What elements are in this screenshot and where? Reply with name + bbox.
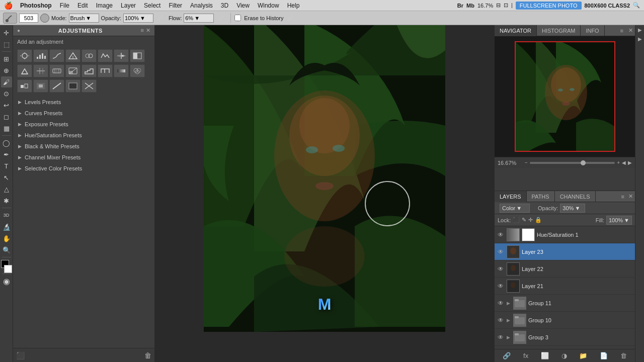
gradient-map-icon[interactable] [114, 64, 129, 77]
hand-tool[interactable]: ✋ [1, 233, 12, 244]
lock-all-btn[interactable]: ✛ [528, 217, 533, 223]
bridge-icon[interactable]: Br [457, 3, 463, 9]
screen-mode-btn[interactable]: ⊟ [496, 2, 501, 9]
zoom-arrows-right[interactable]: ▶ [628, 160, 632, 165]
tab-channels[interactable]: CHANNELS [555, 191, 596, 202]
menu-layer[interactable]: Layer [117, 0, 139, 11]
adj-collapse-btn[interactable]: ● [17, 28, 20, 33]
vibrance-icon[interactable] [82, 49, 97, 62]
invert-icon[interactable] [65, 64, 80, 77]
new-layer-btn[interactable]: 📄 [598, 352, 610, 359]
layer-row[interactable]: 👁 Layer 21 [495, 278, 635, 295]
threshold-icon[interactable] [98, 64, 113, 77]
adj-close-btn[interactable]: ✕ [146, 27, 150, 34]
layer-visibility-toggle[interactable]: 👁 [497, 316, 505, 324]
zoom-out-btn[interactable]: − [525, 160, 528, 165]
layer-visibility-toggle[interactable]: 👁 [497, 299, 505, 307]
erase-to-history-checkbox[interactable] [234, 15, 241, 21]
posterize-icon[interactable] [82, 64, 97, 77]
brightness-contrast-icon[interactable] [17, 49, 32, 62]
shape-tool[interactable]: △ [1, 184, 12, 195]
selective-color-presets-item[interactable]: ▶ Selective Color Presets [15, 163, 152, 174]
layer-row[interactable]: 👁 ▶ Group 11 [495, 295, 635, 312]
link-layers-btn[interactable]: 🔗 [501, 352, 513, 359]
black-white-icon[interactable] [130, 49, 145, 62]
spot-heal-tool[interactable]: ⊕ [1, 65, 12, 76]
fill-dropdown[interactable]: 100%▼ [606, 216, 632, 225]
return-to-adj-btn[interactable]: ⬛ [16, 351, 25, 359]
channel-mixer-icon[interactable] [33, 64, 48, 77]
tab-navigator[interactable]: NAVIGATOR [495, 25, 537, 36]
group-expand-icon[interactable]: ▶ [507, 301, 510, 306]
background-color[interactable] [4, 265, 12, 273]
search-icon[interactable]: 🔍 [633, 2, 640, 9]
zoom-in-btn[interactable]: + [617, 160, 620, 165]
zoom-slider[interactable] [530, 162, 615, 164]
gradient-tool[interactable]: ▦ [1, 123, 12, 134]
nav-expand-btn[interactable]: ≡ [617, 28, 626, 34]
tab-layers[interactable]: LAYERS [495, 191, 527, 202]
erase-brush-icon[interactable]: 🖊 [285, 13, 296, 24]
canvas-area[interactable]: M [155, 25, 494, 362]
lasso-tool[interactable]: ⬚ [1, 39, 12, 50]
group-expand-icon[interactable]: ▶ [507, 335, 510, 340]
layer-row[interactable]: 👁 ▶ Group 3 [495, 329, 635, 346]
layer-row[interactable]: 👁 Layer 23 [495, 243, 635, 260]
adj-menu-btn[interactable]: ≡ [141, 27, 144, 34]
dark-adj-icon[interactable] [33, 79, 48, 93]
path-select-tool[interactable]: ↖ [1, 172, 12, 183]
color-swatches[interactable] [1, 260, 12, 271]
type-tool[interactable]: T [1, 160, 12, 171]
hue-saturation-presets-item[interactable]: ▶ Hue/Saturation Presets [15, 130, 152, 141]
layer-row[interactable]: 👁 ▶ Group 10 [495, 312, 635, 329]
delete-layer-btn[interactable]: 🗑 [618, 352, 629, 359]
brush-tool[interactable]: 🖌 [1, 76, 12, 87]
layers-close-btn[interactable]: ✕ [626, 193, 635, 200]
add-style-btn[interactable]: fx [521, 352, 530, 359]
eyedropper-tool[interactable]: 🔬 [1, 221, 12, 232]
color-lookup-icon[interactable] [49, 64, 64, 77]
tab-paths[interactable]: PATHS [527, 191, 555, 202]
layer-row[interactable]: 👁 Layer 22 [495, 260, 635, 278]
menu-view[interactable]: View [233, 0, 253, 11]
channel-mixer-presets-item[interactable]: ▶ Channel Mixer Presets [15, 152, 152, 163]
new-group-btn[interactable]: 📁 [577, 352, 589, 359]
fullscreen-label[interactable]: FULLSCREEN PHOTO [516, 2, 582, 10]
add-adjustment-btn[interactable]: ◑ [559, 352, 569, 359]
menu-analysis[interactable]: Analysis [187, 0, 216, 11]
quick-mask-btn[interactable]: ◉ [1, 276, 12, 287]
levels-icon[interactable] [33, 49, 48, 62]
exposure-icon[interactable] [65, 49, 80, 62]
move-tool[interactable]: ✛ [1, 27, 12, 38]
history-brush-tool[interactable]: ↩ [1, 100, 12, 111]
layer-visibility-toggle[interactable]: 👁 [497, 248, 505, 256]
group-expand-icon[interactable]: ▶ [507, 318, 510, 323]
brush-size-input[interactable] [19, 14, 38, 23]
black-adj-icon[interactable] [65, 79, 80, 93]
adj-layer-trash-btn[interactable]: 🗑 [144, 351, 151, 359]
opacity-dropdown-layers[interactable]: 30%▼ [560, 204, 585, 213]
black-white-presets-item[interactable]: ▶ Black & White Presets [15, 141, 152, 152]
apple-menu[interactable]: 🍎 [4, 2, 13, 10]
collapse-nav-btn[interactable]: ▶ [636, 27, 643, 34]
photo-filter-icon[interactable] [17, 64, 32, 77]
layer-visibility-toggle[interactable]: 👁 [497, 282, 505, 290]
arrange-btn[interactable]: ⊡ [504, 2, 508, 9]
layer-visibility-toggle[interactable]: 👁 [497, 265, 505, 273]
flow-dropdown[interactable]: 6%▼ [184, 14, 214, 23]
3d-tool[interactable]: 3D [1, 210, 12, 221]
layer-visibility-toggle[interactable]: 👁 [497, 231, 505, 239]
hue-saturation-icon[interactable] [98, 49, 113, 62]
menu-edit[interactable]: Edit [74, 0, 92, 11]
menu-3d[interactable]: 3D [217, 0, 232, 11]
layer-visibility-toggle[interactable]: 👁 [497, 333, 505, 341]
mini-bridge-icon[interactable]: Mb [466, 3, 474, 9]
exposure-presets-item[interactable]: ▶ Exposure Presets [15, 119, 152, 130]
crop-tool[interactable]: ⊞ [1, 53, 12, 64]
layers-expand-btn[interactable]: ≡ [619, 194, 626, 200]
zoom-arrows-left[interactable]: ◀ [622, 160, 626, 165]
slash-adj-icon[interactable] [49, 79, 64, 93]
brush-tool-icon[interactable] [3, 13, 17, 24]
opacity-dropdown[interactable]: 100%▼ [123, 14, 153, 23]
layer-row[interactable]: 👁 Hue/Saturation 1 [495, 226, 635, 243]
